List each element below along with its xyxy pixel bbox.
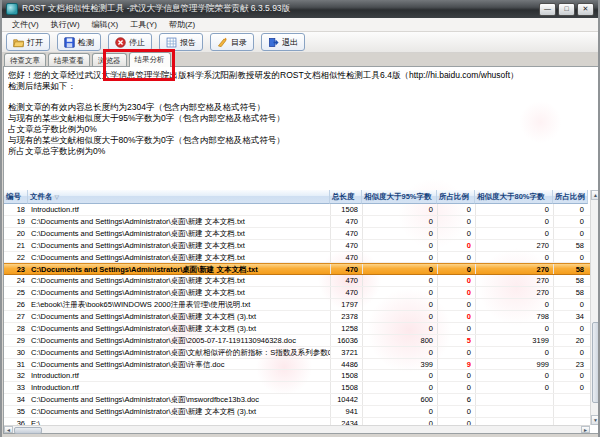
table-row[interactable]: 36E:\243400 — [4, 418, 590, 425]
tab-strip: 待查文章 结果查看 浏览器 结果分析 — [4, 52, 600, 67]
scroll-down-icon[interactable]: ▼ — [591, 415, 600, 425]
table-cell: 0 — [553, 228, 588, 239]
table-row[interactable]: 26E:\ebook\注册表\book65\WINDOWS 2000注册表管理\… — [4, 299, 590, 311]
menu-edit[interactable]: 编辑(X) — [86, 18, 125, 31]
col-header-filename[interactable]: 文件名▽ — [28, 190, 330, 204]
table-cell: 0 — [362, 347, 437, 358]
report-line: 与现有的某些文献相似度大于80%字数为0字（包含内部空格及格式符号） — [8, 135, 596, 146]
table-cell: 0 — [362, 323, 437, 334]
table-row[interactable]: 35C:\Documents and Settings\Administrato… — [4, 406, 590, 418]
table-cell: 3199 — [475, 335, 553, 346]
exit-button[interactable]: 退出 — [261, 33, 305, 51]
table-cell: 0 — [362, 264, 437, 274]
report-line: 您好！您的文章经过武汉大学信息管理学院出版科学系沈阳副教授研发的ROST文档相似… — [8, 70, 596, 81]
col-header-sim80[interactable]: 相似度大于80%字数 — [475, 190, 553, 204]
menu-run[interactable]: 执行(W) — [45, 18, 86, 31]
minimize-button[interactable]: — — [539, 3, 556, 16]
table-cell: 0 — [437, 311, 475, 322]
table-cell: 470 — [330, 240, 362, 251]
app-window: ROST 文档相似性检测工具 -武汉大学信息管理学院荣誉贡献 6.3.5.93版… — [0, 0, 600, 437]
directory-button[interactable]: 目录 — [210, 33, 254, 51]
table-cell: C:\Documents and Settings\Administrator\… — [28, 264, 330, 274]
table-cell: 0 — [475, 204, 553, 215]
table-row[interactable]: 30C:\Documents and Settings\Administrato… — [4, 347, 590, 359]
col-header-ratio80[interactable]: 所占比例 — [553, 190, 588, 204]
tab-result-analysis[interactable]: 结果分析 — [129, 52, 171, 67]
table-cell: 0 — [437, 264, 475, 274]
report-line — [8, 92, 596, 103]
table-cell: 16036 — [330, 335, 362, 346]
open-button[interactable]: 打开 — [6, 33, 50, 51]
table-cell: 2378 — [330, 311, 362, 322]
table-cell — [553, 406, 588, 417]
tab-browser[interactable]: 浏览器 — [92, 53, 127, 67]
save-icon — [64, 37, 75, 48]
table-row[interactable]: 32Introduction.rtf15080000 — [4, 370, 590, 382]
table-cell: C:\Documents and Settings\Administrator\… — [28, 406, 330, 417]
table-cell: C:\Documents and Settings\Administrator\… — [28, 394, 330, 405]
stop-icon — [115, 37, 126, 48]
vertical-scroll-thumb[interactable] — [592, 322, 600, 404]
table-cell: C:\Documents and Settings\Administrator\… — [28, 323, 330, 334]
table-row[interactable]: 21C:\Documents and Settings\Administrato… — [4, 240, 590, 252]
table-cell: C:\Documents and Settings\Administrator\… — [28, 347, 330, 358]
table-cell: 2434 — [330, 418, 362, 425]
table-cell: 0 — [437, 216, 475, 227]
table-row[interactable]: 33Introduction.rtf15080000 — [4, 382, 590, 394]
table-cell: 23 — [4, 264, 28, 274]
report-button[interactable]: 报告 — [159, 33, 203, 51]
table-cell: 470 — [330, 216, 362, 227]
vertical-scrollbar[interactable]: ▲ ▼ — [590, 190, 600, 425]
table-cell: 6 — [437, 394, 475, 405]
table-cell: C:\Documents and Settings\Administrator\… — [28, 252, 330, 263]
table-cell: 22 — [4, 252, 28, 263]
table-cell: 0 — [437, 204, 475, 215]
horizontal-scroll-thumb[interactable] — [14, 427, 42, 434]
table-cell: 34 — [553, 311, 588, 322]
menu-tools[interactable]: 工具(Y) — [124, 18, 163, 31]
table-cell: 470 — [330, 264, 362, 274]
scroll-up-icon[interactable]: ▲ — [591, 190, 600, 200]
table-row[interactable]: 23C:\Documents and Settings\Administrato… — [4, 263, 590, 275]
table-cell: 800 — [362, 335, 437, 346]
table-row[interactable]: 18Introduction.rtf15080000 — [4, 204, 590, 216]
table-cell: 0 — [362, 287, 437, 298]
table-row[interactable]: 34C:\Documents and Settings\Administrato… — [4, 394, 590, 406]
table-cell: 0 — [362, 406, 437, 417]
col-header-number[interactable]: 编号 — [4, 190, 28, 204]
table-cell: 9 — [437, 359, 475, 370]
table-row[interactable]: 20C:\Documents and Settings\Administrato… — [4, 228, 590, 240]
report-table-icon — [166, 37, 177, 48]
table-row[interactable]: 24C:\Documents and Settings\Administrato… — [4, 275, 590, 287]
table-row[interactable]: 19C:\Documents and Settings\Administrato… — [4, 216, 590, 228]
scroll-right-icon[interactable]: ► — [581, 426, 590, 433]
close-button[interactable]: ✕ — [577, 3, 594, 16]
tab-result-view[interactable]: 结果查看 — [48, 53, 90, 67]
maximize-button[interactable]: □ — [558, 3, 575, 16]
table-row[interactable]: 29C:\Documents and Settings\Administrato… — [4, 335, 590, 347]
horizontal-scrollbar[interactable]: ◄ ► — [4, 425, 590, 433]
table-cell: 399 — [362, 359, 437, 370]
table-row[interactable]: 22C:\Documents and Settings\Administrato… — [4, 252, 590, 264]
table-cell: 0 — [437, 418, 475, 425]
table-row[interactable]: 25C:\Documents and Settings\Administrato… — [4, 287, 590, 299]
menu-file[interactable]: 文件(V) — [6, 18, 45, 31]
table-cell: 0 — [437, 228, 475, 239]
table-cell: 0 — [362, 299, 437, 310]
table-row[interactable]: 31C:\Documents and Settings\Administrato… — [4, 359, 590, 371]
table-cell: 35 — [4, 406, 28, 417]
table-body: 18Introduction.rtf1508000019C:\Documents… — [4, 204, 590, 425]
table-row[interactable]: 27C:\Documents and Settings\Administrato… — [4, 311, 590, 323]
scroll-left-icon[interactable]: ◄ — [4, 426, 13, 433]
detect-button[interactable]: 检测 — [57, 33, 101, 51]
col-header-sim95[interactable]: 相似度大于95%字数 — [362, 190, 437, 204]
stop-button[interactable]: 停止 — [108, 33, 152, 51]
table-cell: 270 — [475, 240, 553, 251]
table-cell — [475, 394, 553, 405]
table-cell: 19 — [4, 216, 28, 227]
col-header-total-length[interactable]: 总长度 — [330, 190, 362, 204]
menu-help[interactable]: 帮助(Z) — [163, 18, 201, 31]
col-header-ratio95[interactable]: 所占比例 — [437, 190, 475, 204]
tab-pending-articles[interactable]: 待查文章 — [4, 53, 46, 67]
table-row[interactable]: 28C:\Documents and Settings\Administrato… — [4, 323, 590, 335]
